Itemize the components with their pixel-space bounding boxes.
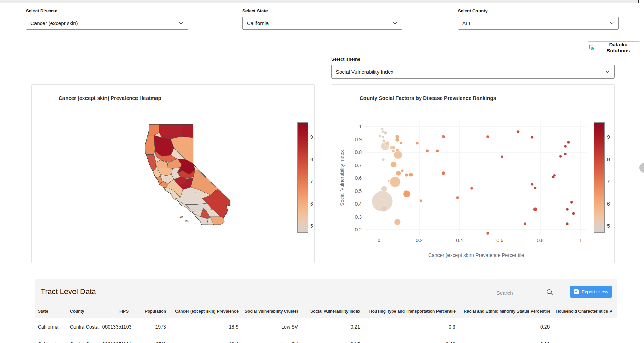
theme-filter: Select Theme Social Vulnerability Index: [331, 56, 615, 79]
table-cell: 18.9: [169, 324, 241, 330]
county-label: Select County: [458, 8, 619, 13]
heatmap-colorbar: 98765: [297, 122, 318, 233]
scatter-panel: County Social Factors by Disease Prevale…: [332, 84, 615, 263]
table-cell: 06013351101: [100, 341, 131, 343]
scatter-point: [382, 158, 385, 161]
scatter-point: [420, 199, 422, 202]
x-tick-label: 0.6: [496, 238, 503, 243]
column-header[interactable]: Housing Type and Transportation Percenti…: [363, 309, 459, 314]
scatter-point: [524, 222, 526, 225]
colorbar-tick-label: 8: [310, 157, 313, 162]
scatter-point: [400, 142, 402, 144]
y-tick-label: 0.6: [355, 175, 362, 181]
scatter-point: [409, 173, 413, 177]
county-filter: Select County ALL: [458, 8, 619, 30]
heatmap-title: Cancer (except skin) Prevalence Heatmap: [59, 95, 161, 101]
y-axis-title: Social Vulnerability Index: [339, 150, 345, 206]
x-axis-title: Cancer (except skin) Prevalence Percenti…: [428, 252, 524, 258]
tract-table-card: Tract Level Data Export to csv StateCoun…: [35, 279, 617, 343]
dataiku-solutions-label: Dataiku Solutions: [597, 42, 640, 53]
scatter-point: [566, 222, 569, 225]
section-divider: [18, 269, 626, 269]
scatter-point: [381, 206, 387, 212]
table-cell: 0.06: [363, 341, 458, 343]
scatter-point: [486, 232, 489, 235]
colorbar-gradient: [594, 122, 605, 233]
california-choropleth-map: [117, 120, 233, 235]
scatter-point: [381, 186, 387, 192]
county-region: [185, 220, 189, 222]
column-header[interactable]: Household Characteristics P: [553, 309, 618, 314]
colorbar-tick-label: 8: [607, 157, 610, 162]
state-filter: Select State California: [242, 8, 402, 30]
scatter-point: [382, 136, 384, 138]
scatter-point: [392, 146, 395, 149]
table-cell: Contra Costa: [67, 341, 100, 343]
column-header[interactable]: County: [67, 309, 100, 314]
county-select[interactable]: ALL: [458, 17, 619, 30]
y-tick-label: 0.2: [355, 227, 362, 232]
disease-select[interactable]: Cancer (except skin): [26, 17, 188, 30]
y-tick-label: 0.7: [355, 163, 362, 168]
table-cell: Low SV: [241, 324, 301, 330]
column-header[interactable]: ↓ Cancer (except skin) Prevalence: [169, 309, 241, 314]
scatter-point: [534, 187, 536, 189]
column-header[interactable]: Population: [131, 309, 169, 314]
bubble-scatter-plot: Social Vulnerability Index Cancer (excep…: [332, 85, 615, 263]
scatter-point: [517, 130, 520, 133]
table-cell: 0.21: [301, 324, 363, 330]
scatter-point: [552, 176, 555, 178]
y-tick-label: 1: [359, 124, 362, 129]
scatter-point: [442, 135, 445, 138]
x-tick-label: 0.4: [456, 238, 463, 243]
colorbar-tick-label: 9: [607, 134, 610, 140]
scatter-point: [378, 135, 381, 137]
column-header[interactable]: Racial and Ethnic Minority Status Percen…: [459, 309, 553, 314]
filter-bar: Select Disease Cancer (except skin) Sele…: [0, 3, 644, 36]
scroll-handle[interactable]: [639, 163, 644, 173]
disease-label: Select Disease: [26, 8, 188, 13]
scatter-point: [394, 219, 401, 225]
scatter-point: [564, 145, 567, 148]
scatter-point: [567, 141, 570, 144]
chevron-down-icon: [178, 20, 184, 26]
search-icon[interactable]: [546, 289, 554, 296]
y-tick-label: 0.3: [355, 214, 362, 220]
x-tick-label: 0.2: [416, 238, 423, 243]
scatter-point: [566, 208, 569, 211]
table-cell: 0.15: [301, 341, 363, 343]
column-header[interactable]: Social Vulnerability Index: [301, 309, 363, 314]
theme-select[interactable]: Social Vulnerability Index: [331, 65, 615, 79]
scatter-point: [385, 141, 390, 145]
scatter-point: [382, 139, 385, 142]
colorbar-tick-label: 9: [310, 134, 313, 140]
table-cell: 0.21: [458, 341, 553, 343]
dataiku-solutions-button[interactable]: Dataiku Solutions: [588, 41, 640, 53]
column-header[interactable]: Social Vulnerability Cluster: [241, 309, 301, 314]
scatter-point: [390, 177, 400, 187]
state-value: California: [247, 20, 392, 26]
scatter-point: [531, 183, 534, 186]
scatter-point: [396, 149, 399, 152]
table-row[interactable]: CaliforniaContra Costa06013351101371118.…: [35, 335, 617, 343]
column-header[interactable]: FIPS: [100, 309, 131, 314]
column-header[interactable]: State: [35, 309, 67, 314]
x-tick-label: 1: [579, 238, 582, 243]
scatter-point: [470, 187, 473, 190]
browser-top-strip: [0, 0, 644, 3]
state-select[interactable]: California: [242, 17, 402, 30]
table-row[interactable]: CaliforniaContra Costa06013351103197318.…: [35, 318, 617, 335]
table-title: Tract Level Data: [41, 287, 96, 296]
export-csv-label: Export to csv: [582, 289, 608, 294]
y-tick-label: 0.9: [355, 137, 362, 142]
export-csv-button[interactable]: Export to csv: [570, 286, 612, 298]
scatter-point: [388, 180, 390, 182]
scatter-point: [396, 171, 401, 176]
county-region: [148, 124, 159, 135]
table-body: CaliforniaContra Costa06013351103197318.…: [35, 318, 617, 343]
chevron-down-icon: [605, 69, 610, 74]
heatmap-panel: Cancer (except skin) Prevalence Heatmap …: [31, 84, 315, 263]
table-cell: 18.4: [169, 341, 241, 343]
state-label: Select State: [242, 8, 402, 13]
scatter-point: [501, 155, 503, 158]
